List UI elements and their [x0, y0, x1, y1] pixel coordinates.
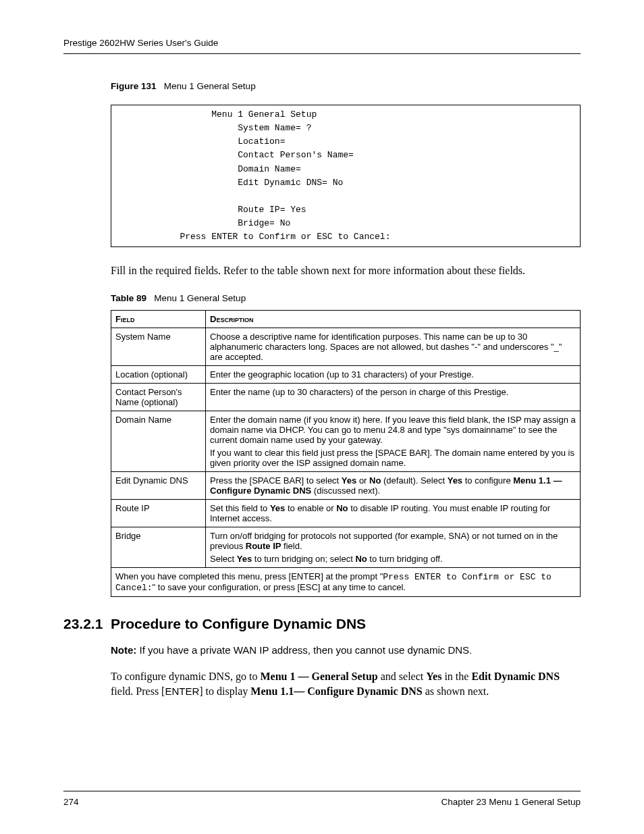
- body-paragraph-2: To configure dynamic DNS, go to Menu 1 —…: [111, 669, 581, 698]
- table-footer-cell: When you have completed this menu, press…: [111, 568, 581, 597]
- field-cell: Contact Person's Name (optional): [111, 384, 206, 411]
- note-line: Note: If you have a private WAN IP addre…: [111, 644, 581, 656]
- field-cell: Route IP: [111, 500, 206, 527]
- figure-title: Menu 1 General Setup: [164, 81, 256, 91]
- desc-cell: Choose a descriptive name for identifica…: [206, 328, 581, 366]
- section-title: Procedure to Configure Dynamic DNS: [111, 616, 366, 631]
- section-number: 23.2.1: [63, 616, 103, 631]
- figure-label: Figure 131: [111, 81, 157, 91]
- field-cell: Edit Dynamic DNS: [111, 472, 206, 500]
- desc-cell: Press the [SPACE BAR] to select Yes or N…: [206, 472, 581, 500]
- body-paragraph-1: Fill in the required fields. Refer to th…: [111, 263, 581, 278]
- page-number: 274: [63, 797, 79, 807]
- desc-cell: Enter the name (up to 30 characters) of …: [206, 384, 581, 411]
- field-cell: Domain Name: [111, 411, 206, 472]
- desc-cell: Enter the domain name (if you know it) h…: [206, 411, 581, 472]
- th-field: Field: [111, 311, 206, 328]
- table-row: Contact Person's Name (optional)Enter th…: [111, 384, 581, 411]
- desc-cell: Enter the geographic location (up to 31 …: [206, 366, 581, 384]
- table-title: Menu 1 General Setup: [154, 293, 246, 303]
- table-row: System NameChoose a descriptive name for…: [111, 328, 581, 366]
- figure-caption: Figure 131 Menu 1 General Setup: [111, 81, 581, 91]
- table-footer-row: When you have completed this menu, press…: [111, 568, 581, 597]
- desc-cell: Turn on/off bridging for protocols not s…: [206, 527, 581, 568]
- table-row: Route IPSet this field to Yes to enable …: [111, 500, 581, 527]
- table-row: Location (optional)Enter the geographic …: [111, 366, 581, 384]
- chapter-label: Chapter 23 Menu 1 General Setup: [441, 797, 581, 807]
- note-body: If you have a private WAN IP address, th…: [140, 644, 473, 656]
- page-header: Prestige 2602HW Series User's Guide: [63, 38, 581, 54]
- terminal-output: Menu 1 General Setup System Name= ? Loca…: [111, 105, 581, 247]
- table-row: Domain NameEnter the domain name (if you…: [111, 411, 581, 472]
- table-label: Table 89: [111, 293, 146, 303]
- section-heading: 23.2.1 Procedure to Configure Dynamic DN…: [63, 616, 581, 632]
- table-row: BridgeTurn on/off bridging for protocols…: [111, 527, 581, 568]
- field-cell: Location (optional): [111, 366, 206, 384]
- table-caption: Table 89 Menu 1 General Setup: [111, 293, 581, 303]
- table-row: Edit Dynamic DNSPress the [SPACE BAR] to…: [111, 472, 581, 500]
- content-area: Figure 131 Menu 1 General Setup Menu 1 G…: [63, 81, 581, 698]
- field-cell: System Name: [111, 328, 206, 366]
- field-cell: Bridge: [111, 527, 206, 568]
- note-label: Note:: [111, 644, 136, 656]
- desc-cell: Set this field to Yes to enable or No to…: [206, 500, 581, 527]
- table-header-row: Field Description: [111, 311, 581, 328]
- th-description: Description: [206, 311, 581, 328]
- fields-table: Field Description System NameChoose a de…: [111, 310, 581, 597]
- page-footer: 274 Chapter 23 Menu 1 General Setup: [63, 791, 581, 807]
